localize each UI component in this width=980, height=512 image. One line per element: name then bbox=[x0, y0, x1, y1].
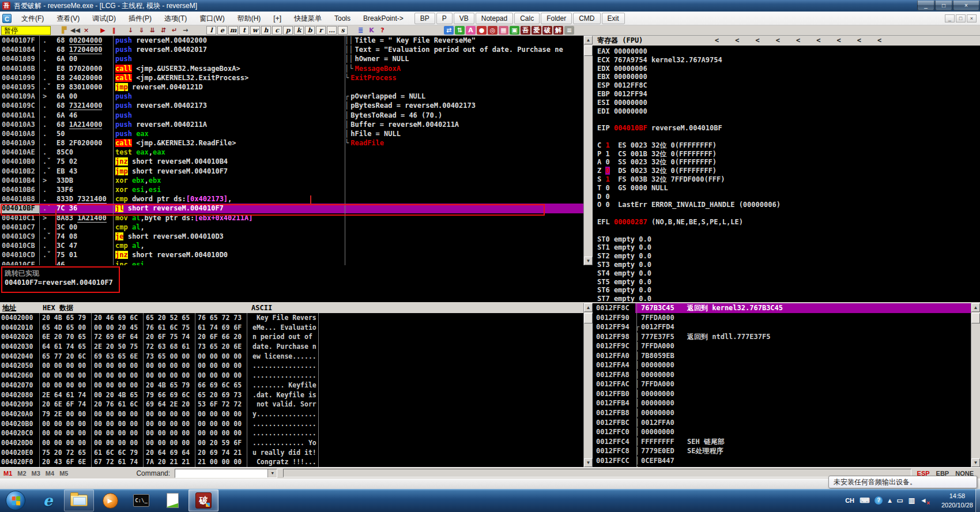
collapse-arrow[interactable]: < bbox=[776, 36, 780, 46]
dump-row[interactable]: 004020B000 00 00 0000 00 00 0000 00 00 0… bbox=[0, 419, 583, 429]
dump-row[interactable]: 0040204065 77 20 6C69 63 65 6E73 65 00 0… bbox=[0, 352, 583, 362]
close-program-icon[interactable]: × bbox=[81, 26, 91, 35]
disasm-row[interactable]: 004010AE.85C0test eax,eax bbox=[0, 148, 583, 157]
register-line[interactable]: ST2 empty 0.0 bbox=[593, 252, 980, 261]
stack-row[interactable]: 0012FFA4│00000000 bbox=[593, 360, 971, 370]
register-line[interactable]: EBX 00000000 bbox=[593, 73, 980, 81]
trace-into-icon[interactable]: ⇊ bbox=[148, 26, 157, 35]
register-line[interactable]: T 0 GS 0000 NULL bbox=[593, 184, 980, 193]
window-letter-button[interactable]: r bbox=[316, 26, 326, 35]
disasm-row[interactable]: 004010C7.3C 00cmp al,0x0 bbox=[0, 223, 583, 232]
trace-over-icon[interactable]: ⇵ bbox=[159, 26, 168, 35]
window-letter-button[interactable]: h bbox=[261, 26, 271, 35]
taskbar-windows-explorer[interactable] bbox=[64, 490, 94, 511]
disasm-row[interactable]: 004010B6.33F6xor esi,esi bbox=[0, 185, 583, 194]
stack-row[interactable]: 0012FFC4│FFFFFFFFSEH 链尾部 bbox=[593, 437, 971, 447]
menu-item[interactable]: 窗口(W) bbox=[193, 12, 231, 25]
menu-item[interactable]: 查看(V) bbox=[50, 12, 86, 25]
breakpoint-list-icon[interactable]: ≣ bbox=[356, 26, 365, 35]
collapse-arrow[interactable]: < bbox=[857, 36, 861, 46]
register-line[interactable]: ST7 empty 0.0 bbox=[593, 295, 980, 302]
stack-row[interactable]: 0012FF98│777E37F5返回到 ntdll.777E37F5 bbox=[593, 332, 971, 342]
plugin-button[interactable]: VB bbox=[454, 13, 474, 24]
pause-icon[interactable]: ‖ bbox=[109, 26, 119, 35]
window-letter-button[interactable]: c bbox=[272, 26, 282, 35]
restart-icon[interactable]: ◀◀ bbox=[70, 26, 80, 35]
register-line[interactable]: EBP 0012FF94 bbox=[593, 90, 980, 99]
stack-pane[interactable]: 0012FF8C767B3C45返回到 kernel32.767B3C45001… bbox=[593, 303, 971, 467]
ai-plugin-icon[interactable]: 爱 bbox=[532, 26, 541, 35]
run-icon[interactable]: ▶ bbox=[98, 26, 108, 35]
dump-row[interactable]: 0040203064 61 74 652E 20 50 7572 63 68 6… bbox=[0, 342, 583, 352]
mdi-minimize-button[interactable]: _ bbox=[945, 14, 955, 22]
register-line[interactable]: D 0 bbox=[593, 193, 980, 201]
plugin-button[interactable]: CMD bbox=[573, 13, 600, 24]
close-button[interactable]: × bbox=[953, 1, 979, 10]
memory-button[interactable]: M1 bbox=[3, 470, 12, 477]
dump-row[interactable]: 004020802E 64 61 7400 20 4B 6579 66 69 6… bbox=[0, 390, 583, 400]
dump-row[interactable]: 004020F020 43 6F 6E67 72 61 747A 20 21 2… bbox=[0, 457, 583, 467]
dump-row[interactable]: 0040201065 4D 65 0000 00 20 4576 61 6C 7… bbox=[0, 323, 583, 333]
window-letter-button[interactable]: k bbox=[294, 26, 304, 35]
register-line[interactable]: Z 0 DS 0023 32位 0(FFFFFFFF) bbox=[593, 167, 980, 175]
wu-plugin-icon[interactable]: 吾 bbox=[521, 26, 530, 35]
register-line[interactable]: ST1 empty 0.0 bbox=[593, 243, 980, 252]
window-letter-button[interactable]: e bbox=[217, 26, 227, 35]
dump-header-address[interactable]: 地址 bbox=[2, 303, 16, 313]
register-line[interactable]: P 1 CS 001B 32位 0(FFFFFFFF) bbox=[593, 150, 980, 159]
po-plugin-icon[interactable]: 破 bbox=[542, 26, 552, 35]
register-line[interactable] bbox=[593, 115, 980, 124]
taskbar-command-prompt[interactable]: C:\_ bbox=[126, 490, 156, 511]
stack-row[interactable]: 0012FFB4│00000000 bbox=[593, 398, 971, 408]
mdi-close-button[interactable]: × bbox=[967, 14, 977, 22]
register-line[interactable]: O 0 LastErr ERROR_INVALID_HANDLE (000000… bbox=[593, 201, 980, 209]
window-letter-button[interactable]: m bbox=[228, 26, 238, 35]
start-button[interactable] bbox=[6, 491, 25, 510]
dump-row[interactable]: 0040200020 4B 65 7920 46 69 6C65 20 52 6… bbox=[0, 313, 583, 323]
disasm-row[interactable]: 0040108B.E8 D7020000call <jmp.&USER32.Me… bbox=[0, 64, 583, 73]
register-line[interactable]: ST6 empty 0.0 bbox=[593, 286, 980, 295]
ascii-table-icon[interactable]: A bbox=[466, 26, 476, 35]
register-line[interactable]: EIP 004010BF reverseM.004010BF bbox=[593, 124, 980, 133]
plugin-button[interactable]: Exit bbox=[602, 13, 625, 24]
stack-row[interactable]: 0012FFC8│7779E0EDSE处理程序 bbox=[593, 446, 971, 456]
disasm-row[interactable]: 004010CD.ˇ75 01jnz short reverseM.004010… bbox=[0, 250, 583, 259]
keyboard-layout-icon[interactable]: ⌨ bbox=[860, 496, 869, 505]
command-combobox[interactable]: ▼ bbox=[175, 469, 277, 478]
register-line[interactable]: EFL 00000287 (NO,B,NE,BE,S,PE,L,LE) bbox=[593, 218, 980, 227]
dump-row[interactable]: 0040209020 6E 6F 7420 76 61 6C69 64 2E 2… bbox=[0, 400, 583, 409]
execute-till-return-icon[interactable]: ↵ bbox=[169, 26, 179, 35]
register-line[interactable]: EAX 00000000 bbox=[593, 47, 980, 56]
disasm-row[interactable]: 004010B8.833D 7321400cmp dword ptr ds:[0… bbox=[0, 194, 583, 204]
taskbar-text-editor[interactable] bbox=[157, 490, 187, 511]
dump-row[interactable]: 004020C000 00 00 0000 00 00 0000 00 00 0… bbox=[0, 428, 583, 438]
disasm-row[interactable]: 004010A9.E8 2F020000call <jmp.&KERNEL32.… bbox=[0, 138, 583, 148]
stack-scrollbar[interactable]: ▲ ▼ bbox=[971, 303, 980, 467]
window-letter-button[interactable]: w bbox=[250, 26, 260, 35]
register-line[interactable]: EDX 00000006 bbox=[593, 65, 980, 73]
register-line[interactable] bbox=[593, 227, 980, 235]
disasm-row[interactable]: 004010A8.50push eax│hFile = NULL bbox=[0, 129, 583, 138]
stack-row[interactable]: 0012FF94┌0012FFD4 bbox=[593, 322, 971, 332]
command-dropdown-button[interactable]: ▼ bbox=[267, 469, 277, 477]
stack-row[interactable]: 0012FF8C767B3C45返回到 kernel32.767B3C45 bbox=[593, 303, 971, 313]
register-line[interactable] bbox=[593, 133, 980, 141]
window-letter-button[interactable]: … bbox=[327, 26, 337, 35]
display-icon[interactable]: ▭ bbox=[896, 496, 903, 505]
stack-row[interactable]: 0012FFA0│7B8059EB bbox=[593, 351, 971, 361]
register-line[interactable]: EDI 00000000 bbox=[593, 107, 980, 116]
keyboard-icon[interactable]: ▦ bbox=[499, 26, 508, 35]
stack-row[interactable]: 0012FFAC│7FFDA000 bbox=[593, 379, 971, 389]
stack-row[interactable]: 0012FFA8│00000000 bbox=[593, 370, 971, 380]
disasm-row[interactable]: 004010B2.ˇEB 43jmp short reverseM.004010… bbox=[0, 167, 583, 176]
patch-window-icon[interactable]: K bbox=[367, 26, 376, 35]
register-line[interactable]: ST5 empty 0.0 bbox=[593, 278, 980, 287]
swap-arrows-icon[interactable]: ⇄ bbox=[444, 26, 454, 35]
disasm-row[interactable]: 0040109A>6A 00push 0x0┌pOverlapped = NUL… bbox=[0, 92, 583, 101]
menu-item[interactable]: 文件(F) bbox=[15, 12, 50, 25]
network-icon[interactable]: ▥ bbox=[909, 496, 915, 505]
window-letter-button[interactable]: s bbox=[338, 26, 348, 35]
plugin-button[interactable]: Folder bbox=[541, 13, 572, 24]
collapse-arrow[interactable]: < bbox=[836, 36, 840, 46]
register-line[interactable]: ST3 empty 0.0 bbox=[593, 261, 980, 269]
